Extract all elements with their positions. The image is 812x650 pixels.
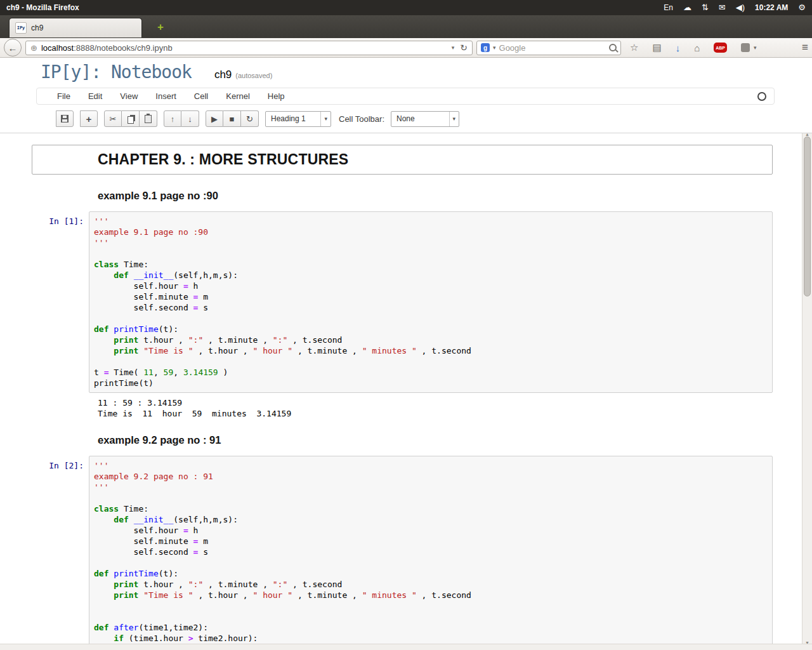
firefox-tab-bar: IPy ch9 +	[0, 15, 812, 38]
code-input[interactable]: ''' example 9.1 page no :90 ''' class Ti…	[89, 211, 773, 393]
ipython-logo[interactable]: IP[y]: Notebook	[41, 62, 192, 83]
menu-item-view[interactable]: View	[120, 91, 138, 101]
bookmarks-menu-icon[interactable]: ▤	[652, 42, 661, 53]
run-cell-button[interactable]: ▶	[206, 110, 223, 127]
search-engine-dropdown-icon[interactable]: ▾	[493, 44, 496, 51]
menu-bar: FileEditViewInsertCellKernelHelp	[36, 88, 775, 105]
addon-dropdown-icon[interactable]: ▾	[754, 44, 757, 51]
keyboard-indicator[interactable]: En	[664, 3, 673, 12]
menu-item-help[interactable]: Help	[268, 91, 285, 101]
chapter-title: CHAPTER 9. : MORE STRUCTURES	[32, 145, 772, 174]
reload-icon[interactable]: ↻	[460, 43, 468, 53]
network-updown-icon[interactable]: ⇅	[702, 0, 709, 15]
cell-type-select[interactable]: Heading 1 ▾	[265, 111, 331, 127]
back-icon: ←	[8, 43, 18, 53]
cell-type-dropdown-icon: ▾	[320, 112, 331, 126]
input-prompt: In [2]:	[0, 456, 89, 644]
weather-cloud-icon[interactable]: ☁	[683, 0, 691, 15]
notebook-title[interactable]: ch9	[214, 69, 232, 81]
menu-item-cell[interactable]: Cell	[194, 91, 208, 101]
cell-toolbar-select[interactable]: None ▾	[391, 111, 459, 127]
restart-icon: ↻	[246, 114, 253, 124]
code-input[interactable]: ''' example 9.2 page no : 91 ''' class T…	[89, 456, 773, 644]
google-favicon: g	[481, 43, 490, 52]
plus-icon: +	[86, 114, 92, 124]
add-cell-button[interactable]: +	[80, 110, 98, 127]
save-button[interactable]	[56, 110, 74, 127]
downloads-icon[interactable]: ↓	[676, 43, 681, 53]
paste-icon	[145, 115, 152, 123]
url-bar[interactable]: ⊕ localhost:8888/notebooks/ch9.ipynb ▾ ↻	[25, 41, 473, 55]
adblock-icon[interactable]: ABP	[714, 43, 727, 53]
menu-item-file[interactable]: File	[57, 91, 70, 101]
window-title: ch9 - Mozilla Firefox	[6, 3, 79, 12]
menu-item-insert[interactable]: Insert	[155, 91, 176, 101]
scroll-up-icon[interactable]: ▲	[805, 132, 809, 136]
tab-title: ch9	[31, 23, 43, 32]
copy-icon	[128, 116, 134, 124]
menu-item-kernel[interactable]: Kernel	[226, 91, 250, 101]
url-path: :8888/notebooks/ch9.ipynb	[74, 43, 172, 53]
volume-icon[interactable]: ◀)	[736, 0, 745, 15]
section-heading[interactable]: example 9.2 page no : 91	[98, 434, 802, 446]
hamburger-menu-icon[interactable]: ≡	[802, 41, 808, 54]
notebook-header: IP[y]: Notebook ch9 (autosaved)	[41, 62, 272, 83]
cell-output: 11 : 59 : 3.14159 Time is 11 hour 59 min…	[98, 397, 802, 419]
code-cell: In [2]:''' example 9.2 page no : 91 ''' …	[0, 456, 773, 644]
cell-toolbar-label: Cell Toolbar:	[339, 114, 384, 124]
paste-cell-button[interactable]	[140, 110, 157, 127]
notebook-toolbar: + ✂ ↑ ↓ ▶ ■ ↻ Heading 1 ▾ Cell Toolbar:	[56, 110, 459, 128]
cut-cell-button[interactable]: ✂	[104, 110, 122, 127]
heading-cell[interactable]: CHAPTER 9. : MORE STRUCTURES	[32, 145, 773, 175]
cut-icon: ✂	[110, 114, 117, 124]
screen: ch9 - Mozilla Firefox En ☁ ⇅ ✉ ◀) 10:22 …	[0, 0, 812, 650]
browser-tab[interactable]: IPy ch9	[9, 18, 142, 37]
home-icon[interactable]: ⌂	[694, 43, 700, 53]
clock[interactable]: 10:22 AM	[755, 3, 788, 12]
menu-bar-items: FileEditViewInsertCellKernelHelp	[57, 91, 303, 101]
os-top-bar: ch9 - Mozilla Firefox En ☁ ⇅ ✉ ◀) 10:22 …	[0, 0, 812, 15]
menu-item-edit[interactable]: Edit	[88, 91, 102, 101]
url-host: localhost	[41, 43, 74, 53]
new-tab-button[interactable]: +	[152, 20, 169, 34]
url-dropdown-icon[interactable]: ▾	[452, 44, 455, 51]
cell-toolbar-dropdown-icon: ▾	[449, 112, 459, 126]
firefox-nav-bar: ← ⊕ localhost:8888/notebooks/ch9.ipynb ▾…	[0, 38, 812, 58]
search-bar[interactable]: g ▾ Google	[476, 41, 621, 55]
back-button[interactable]: ←	[4, 39, 22, 56]
vertical-scrollbar[interactable]: ▲ ▼	[802, 133, 812, 644]
arrow-down-icon: ↓	[188, 114, 192, 124]
section-heading[interactable]: example 9.1 page no :90	[98, 190, 802, 202]
copy-cell-button[interactable]	[122, 110, 140, 127]
kernel-indicator-icon	[757, 92, 766, 101]
cell-type-value: Heading 1	[271, 114, 306, 123]
move-cell-down-button[interactable]: ↓	[181, 110, 199, 127]
search-placeholder: Google	[499, 43, 526, 53]
play-icon: ▶	[211, 114, 218, 124]
session-gear-icon[interactable]: ⚙	[798, 0, 806, 15]
notebook-cells: CHAPTER 9. : MORE STRUCTURESexample 9.1 …	[0, 133, 802, 644]
globe-icon: ⊕	[30, 43, 37, 53]
bookmark-star-icon[interactable]: ☆	[630, 42, 638, 53]
horizontal-scrollbar[interactable]	[0, 644, 812, 650]
cell-toolbar-value: None	[396, 114, 415, 123]
input-prompt: In [1]:	[0, 211, 89, 393]
autosave-status: (autosaved)	[235, 72, 272, 79]
restart-kernel-button[interactable]: ↻	[241, 110, 259, 127]
search-icon[interactable]	[609, 44, 617, 51]
stop-icon: ■	[230, 114, 235, 124]
move-cell-up-button[interactable]: ↑	[164, 110, 181, 127]
code-cell: In [1]:''' example 9.1 page no :90 ''' c…	[0, 211, 773, 393]
addon-icon[interactable]	[741, 43, 750, 52]
mail-icon[interactable]: ✉	[719, 0, 726, 15]
scrollbar-thumb[interactable]	[804, 136, 811, 296]
notebook-page: IP[y]: Notebook ch9 (autosaved) FileEdit…	[0, 58, 812, 650]
arrow-up-icon: ↑	[171, 114, 175, 124]
ipython-favicon: IPy	[15, 22, 27, 34]
save-icon	[61, 115, 69, 123]
interrupt-kernel-button[interactable]: ■	[223, 110, 241, 127]
